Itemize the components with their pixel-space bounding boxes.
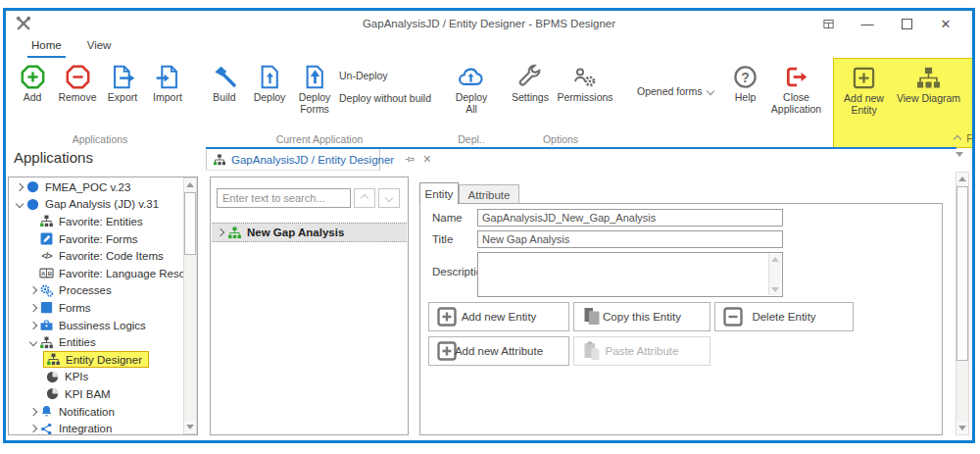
deploy-button[interactable]: Deploy bbox=[248, 60, 291, 104]
chevron-right-icon[interactable] bbox=[27, 323, 39, 328]
deploy-forms-button[interactable]: Deploy Forms bbox=[293, 60, 336, 115]
build-hammer-icon bbox=[212, 64, 238, 90]
sidebar-item-fmea-poc[interactable]: FMEA_POC v.23 bbox=[9, 178, 197, 196]
scroll-up-button[interactable] bbox=[184, 178, 196, 191]
title-bar: GapAnalysisJD / Entity Designer - BPMS D… bbox=[6, 11, 972, 36]
build-button[interactable]: Build bbox=[203, 60, 246, 104]
chevron-right-icon[interactable] bbox=[14, 184, 25, 190]
chevron-right-icon[interactable] bbox=[27, 305, 39, 311]
chevron-down-icon[interactable] bbox=[14, 201, 25, 207]
tab-attribute[interactable]: Attribute bbox=[459, 184, 519, 204]
import-button[interactable]: Import bbox=[146, 60, 189, 104]
chevron-right-icon[interactable] bbox=[27, 409, 39, 415]
ribbon-group-deploy: Deploy All Depl.. bbox=[445, 58, 498, 148]
description-scrollbar[interactable] bbox=[768, 254, 781, 295]
sidebar-item-favorite-language-resources[interactable]: AB Favorite: Language Resources bbox=[9, 265, 197, 282]
chevron-right-icon[interactable] bbox=[27, 287, 39, 293]
sidebar-item-favorite-code-items[interactable]: </> Favorite: Code Items bbox=[9, 247, 197, 265]
layout-button[interactable] bbox=[809, 12, 847, 35]
svg-text:?: ? bbox=[741, 70, 750, 85]
search-input[interactable] bbox=[217, 188, 351, 208]
sidebar-scrollbar[interactable] bbox=[183, 177, 197, 434]
deploy-icon bbox=[257, 64, 283, 90]
minimize-button[interactable]: — bbox=[849, 12, 886, 35]
search-next-button[interactable] bbox=[378, 188, 400, 208]
code-icon: </> bbox=[39, 249, 54, 264]
refresh-button[interactable]: Refresh bbox=[968, 61, 975, 105]
sidebar-item-kpis[interactable]: KPIs bbox=[9, 369, 197, 386]
ribbon-tab-bar: Home View bbox=[6, 36, 972, 58]
scroll-up-button[interactable] bbox=[956, 173, 968, 185]
add-new-entity-icon bbox=[851, 65, 877, 91]
title-label: Title bbox=[432, 233, 453, 245]
help-button[interactable]: ? Help bbox=[724, 60, 767, 104]
close-application-icon bbox=[783, 64, 809, 90]
sidebar-item-bussiness-logics[interactable]: Bussiness Logics bbox=[9, 317, 197, 334]
application-circle-icon bbox=[25, 179, 40, 194]
sidebar-item-processes[interactable]: Processes bbox=[9, 282, 197, 300]
sidebar-item-notification[interactable]: Notification bbox=[9, 403, 197, 421]
help-icon: ? bbox=[732, 64, 759, 90]
tab-close-icon[interactable]: ✕ bbox=[422, 153, 431, 166]
settings-wrench-icon bbox=[516, 64, 543, 90]
copy-entity-button[interactable]: Copy this Entity bbox=[573, 302, 710, 331]
remove-button[interactable]: Remove bbox=[56, 60, 99, 104]
ribbon-collapse-button[interactable] bbox=[955, 128, 960, 146]
deploy-without-build-button[interactable]: Deploy without build bbox=[339, 92, 431, 104]
deploy-all-button[interactable]: Deploy All bbox=[450, 60, 493, 115]
view-diagram-icon bbox=[915, 65, 942, 91]
chevron-right-icon[interactable] bbox=[27, 426, 39, 431]
application-circle-icon bbox=[25, 197, 40, 212]
sidebar-item-gap-analysis[interactable]: Gap Analysis (JD) v.31 bbox=[9, 196, 197, 214]
sidebar-item-kpi-bam[interactable]: KPI BAM bbox=[9, 385, 197, 403]
main-scrollbar[interactable] bbox=[956, 172, 969, 435]
search-previous-button[interactable] bbox=[354, 188, 375, 208]
group-label-options: Options bbox=[506, 133, 615, 148]
scrollbar-thumb[interactable] bbox=[184, 192, 196, 255]
name-label: Name bbox=[432, 212, 463, 224]
tab-view[interactable]: View bbox=[83, 36, 116, 58]
name-field[interactable] bbox=[477, 209, 783, 227]
add-icon bbox=[20, 64, 46, 90]
add-new-attribute-button[interactable]: Add new Attribute bbox=[428, 336, 569, 366]
document-tab[interactable]: GapAnalysisJD / Entity Designer ✕ bbox=[206, 149, 380, 171]
explorer-item-new-gap-analysis[interactable]: New Gap Analysis bbox=[212, 223, 407, 242]
add-new-entity-button[interactable]: Add new Entity bbox=[839, 61, 890, 116]
un-deploy-button[interactable]: Un-Deploy bbox=[339, 70, 431, 81]
sidebar-item-entities[interactable]: Entities bbox=[9, 333, 197, 351]
description-field[interactable] bbox=[477, 252, 783, 297]
tab-home[interactable]: Home bbox=[27, 36, 66, 58]
entity-designer-highlight[interactable]: Entity Designer bbox=[43, 351, 149, 368]
title-field[interactable] bbox=[477, 230, 783, 248]
ribbon-group-applications: Add Remove Export Import Applications bbox=[6, 58, 194, 148]
scroll-down-button[interactable] bbox=[956, 422, 968, 434]
pie-icon bbox=[45, 386, 60, 401]
close-application-button[interactable]: Close Application bbox=[769, 60, 824, 115]
pin-icon[interactable] bbox=[403, 153, 416, 166]
entities-icon bbox=[213, 153, 226, 167]
chevron-right-icon[interactable] bbox=[214, 229, 227, 235]
close-button[interactable]: ✕ bbox=[927, 12, 964, 35]
sidebar-item-favorite-entities[interactable]: Favorite: Entities bbox=[9, 213, 197, 230]
sidebar-item-favorite-forms[interactable]: Favorite: Forms bbox=[9, 230, 197, 248]
scrollbar-thumb[interactable] bbox=[956, 186, 968, 361]
scroll-down-button[interactable] bbox=[184, 421, 196, 433]
add-button[interactable]: Add bbox=[11, 60, 54, 104]
entities-icon bbox=[39, 214, 54, 228]
sidebar-item-entity-designer[interactable]: Entity Designer bbox=[9, 351, 197, 369]
group-label-applications: Applications bbox=[10, 133, 190, 148]
add-new-entity-action-button[interactable]: Add new Entity bbox=[428, 302, 569, 331]
chevron-down-icon[interactable] bbox=[27, 339, 39, 345]
sidebar-item-forms[interactable]: Forms bbox=[9, 299, 197, 317]
opened-forms-dropdown[interactable]: Opened forms bbox=[627, 85, 723, 97]
export-button[interactable]: Export bbox=[101, 60, 144, 104]
sidebar-item-integration[interactable]: Integration bbox=[9, 420, 197, 435]
settings-button[interactable]: Settings bbox=[507, 60, 554, 104]
maximize-button[interactable] bbox=[888, 12, 925, 35]
delete-entity-button[interactable]: Delete Entity bbox=[714, 302, 854, 331]
permissions-button[interactable]: Permissions bbox=[556, 60, 614, 104]
tab-entity[interactable]: Entity bbox=[419, 182, 459, 204]
view-diagram-button[interactable]: View Diagram bbox=[897, 61, 961, 105]
sidebar-title: Applications bbox=[14, 149, 93, 166]
paste-attribute-button[interactable]: Paste Attribute bbox=[573, 336, 710, 366]
